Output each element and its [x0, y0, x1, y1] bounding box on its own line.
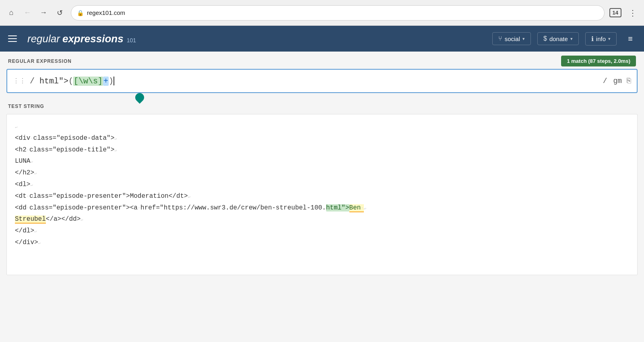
- test-line: <dd·class="episode-presenter"><a·href="h…: [15, 202, 629, 214]
- regex-literal-text: html">: [35, 77, 68, 86]
- test-section-header: TEST STRING: [0, 99, 644, 112]
- regex-cursor: [114, 77, 114, 85]
- regex-char-class: [\w\s]: [73, 77, 103, 86]
- copy-regex-button[interactable]: ⎘: [627, 77, 631, 85]
- info-button[interactable]: ℹ info ▾: [585, 32, 617, 46]
- newline-symbol: ↵: [15, 125, 17, 129]
- forward-icon[interactable]: →: [37, 6, 50, 19]
- regex-flag-g: gm: [609, 77, 622, 85]
- test-line: LUNA↵: [15, 155, 629, 167]
- site-title-badge: 101: [127, 37, 136, 44]
- test-string-section: TEST STRING ↵ <div·class="episode-data">…: [0, 99, 644, 275]
- back-icon[interactable]: ←: [21, 6, 34, 19]
- regex-input[interactable]: ⋮⋮ / html"> ( [\w\s] + ) / gm ⎘: [6, 69, 638, 93]
- browser-nav-icons: ⌂ ← → ↺: [5, 6, 66, 19]
- space-dot: ·: [138, 205, 140, 211]
- social-button[interactable]: ⑂ social ▾: [492, 32, 531, 45]
- address-bar[interactable]: 🔒 regex101.com: [71, 5, 605, 21]
- test-line: <dt·class="episode-presenter">Moderation…: [15, 191, 629, 202]
- site-title-regular: regular: [27, 33, 60, 45]
- hamburger-line: [8, 38, 17, 39]
- newline-symbol: ↵: [364, 206, 366, 211]
- regex-section-label: REGULAR EXPRESSION: [8, 58, 72, 64]
- test-line: </div>↵: [15, 237, 629, 249]
- donate-button[interactable]: $ donate ▾: [537, 32, 579, 45]
- test-string-area[interactable]: ↵ <div·class="episode-data">↵ <h2·class=…: [6, 114, 638, 275]
- navbar-more-button[interactable]: ≡: [623, 31, 638, 46]
- browser-menu-icon[interactable]: ⋮: [626, 6, 639, 19]
- space-dot: ·: [30, 136, 33, 141]
- match-highlight: html">Ben·: [326, 204, 364, 211]
- info-icon: ℹ: [591, 35, 594, 43]
- test-line: </dl>↵: [15, 225, 629, 237]
- site-title-expressions: expressions: [62, 33, 124, 45]
- regex-open-slash: /: [30, 77, 35, 86]
- newline-symbol: ↵: [30, 183, 33, 187]
- newline-symbol: ↵: [188, 195, 190, 199]
- newline-symbol: ↵: [34, 229, 37, 234]
- social-label: social: [505, 35, 520, 42]
- info-label: info: [596, 35, 606, 42]
- drag-handle-icon[interactable]: ⋮⋮: [13, 77, 26, 85]
- donate-label: donate: [549, 35, 568, 42]
- newline-symbol: ↵: [30, 160, 33, 164]
- test-line: <h2·class="episode-title">↵: [15, 144, 629, 156]
- space-dot: ·: [27, 205, 29, 211]
- address-text: regex101.com: [87, 9, 599, 16]
- reload-icon[interactable]: ↺: [53, 6, 66, 19]
- regex-section-header: REGULAR EXPRESSION 1 match (87 steps, 2.…: [0, 52, 644, 69]
- regex-flags: / gm: [603, 77, 622, 85]
- social-icon: ⑂: [498, 35, 502, 42]
- newline-symbol: ↵: [80, 218, 83, 222]
- newline-symbol: ↵: [38, 241, 41, 245]
- tabs-badge[interactable]: 14: [609, 8, 621, 17]
- social-chevron-icon: ▾: [522, 36, 525, 41]
- site-navbar: regular expressions 101 ⑂ social ▾ $ don…: [0, 26, 644, 52]
- test-line: <dl>↵: [15, 179, 629, 191]
- site-title: regular expressions 101: [27, 33, 136, 45]
- test-line: </h2>↵: [15, 167, 629, 179]
- donate-chevron-icon: ▾: [570, 36, 573, 41]
- test-section-label: TEST STRING: [8, 104, 44, 109]
- space-dot: ·: [27, 194, 29, 199]
- match-badge: 1 match (87 steps, 2.0ms): [561, 56, 636, 66]
- match-group-continued: Streubel: [15, 216, 46, 224]
- regex-group-close-paren: ): [109, 77, 114, 86]
- newline-symbol: ↵: [114, 137, 117, 141]
- regex-close-slash: /: [603, 77, 607, 85]
- lock-icon: 🔒: [77, 10, 84, 16]
- hamburger-line: [8, 41, 17, 42]
- regex-quantifier: +: [103, 77, 109, 86]
- test-line: Streubel</a></dd>↵: [15, 213, 629, 225]
- browser-chrome: ⌂ ← → ↺ 🔒 regex101.com 14 ⋮: [0, 0, 644, 26]
- test-line: ↵: [15, 121, 629, 133]
- regex-group-open-paren: (: [68, 77, 73, 86]
- test-line: <div·class="episode-data">↵: [15, 133, 629, 144]
- info-chevron-icon: ▾: [608, 36, 611, 41]
- main-content: REGULAR EXPRESSION 1 match (87 steps, 2.…: [0, 52, 644, 275]
- hamburger-line: [8, 35, 17, 36]
- space-dot: ·: [361, 205, 363, 211]
- donate-icon: $: [543, 35, 547, 42]
- newline-symbol: ↵: [34, 171, 37, 176]
- space-dot: ·: [27, 147, 29, 153]
- home-icon[interactable]: ⌂: [5, 6, 18, 19]
- newline-symbol: ↵: [114, 148, 117, 153]
- match-group: Ben·: [349, 204, 364, 212]
- hamburger-button[interactable]: [6, 31, 21, 46]
